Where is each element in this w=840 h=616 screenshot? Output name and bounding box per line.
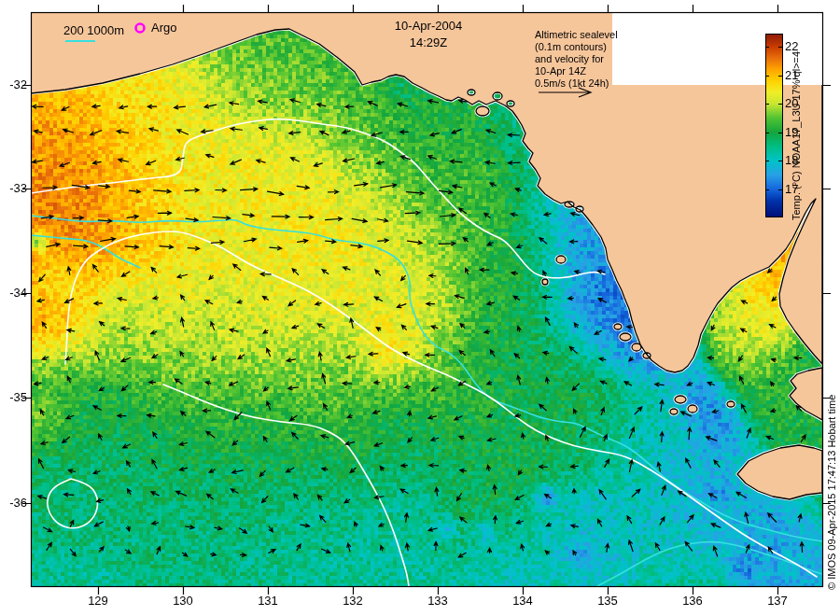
x-axis-tick-label: 129 bbox=[75, 595, 121, 608]
annotation-line: and velocity for bbox=[535, 53, 604, 65]
annotation-line: 0.5m/s (1kt 24h) bbox=[535, 77, 609, 90]
page-title-date: 10-Apr-2004 bbox=[358, 20, 498, 33]
sst-map-figure: 10-Apr-2004 14:29Z 200 1000m Argo Altime… bbox=[0, 0, 840, 616]
depth-legend-label: 200 1000m bbox=[63, 24, 124, 37]
map-canvas bbox=[0, 0, 840, 616]
colorbar-title: Temp. (°C) NOAA17_L3U 17% ql>=4 bbox=[791, 51, 803, 220]
annotation-line: 10-Apr 14Z bbox=[535, 65, 586, 77]
x-axis-tick-label: 131 bbox=[245, 595, 291, 608]
x-axis-tick-label: 136 bbox=[669, 595, 716, 608]
x-axis-tick-label: 130 bbox=[160, 595, 206, 608]
y-axis-tick-label: -33 bbox=[1, 182, 27, 195]
x-axis-tick-label: 137 bbox=[754, 595, 801, 608]
x-axis-tick-label: 134 bbox=[499, 595, 546, 608]
x-axis-tick-label: 135 bbox=[584, 595, 631, 608]
annotation-line: Altimetric sealevel bbox=[535, 29, 618, 41]
y-axis-tick-label: -34 bbox=[1, 287, 27, 300]
y-axis-tick-label: -32 bbox=[1, 78, 27, 91]
argo-label: Argo bbox=[151, 21, 176, 35]
x-axis-tick-label: 132 bbox=[329, 595, 376, 608]
x-axis-tick-label: 133 bbox=[414, 595, 461, 608]
y-axis-tick-label: -35 bbox=[1, 391, 27, 404]
credit-text: © IMOS 09-Apr-2015 17:47:13 Hobart time bbox=[826, 395, 838, 590]
annotation-line: (0.1m contours) bbox=[535, 41, 607, 53]
page-title-time: 14:29Z bbox=[358, 36, 498, 49]
y-axis-tick-label: -36 bbox=[1, 497, 27, 510]
